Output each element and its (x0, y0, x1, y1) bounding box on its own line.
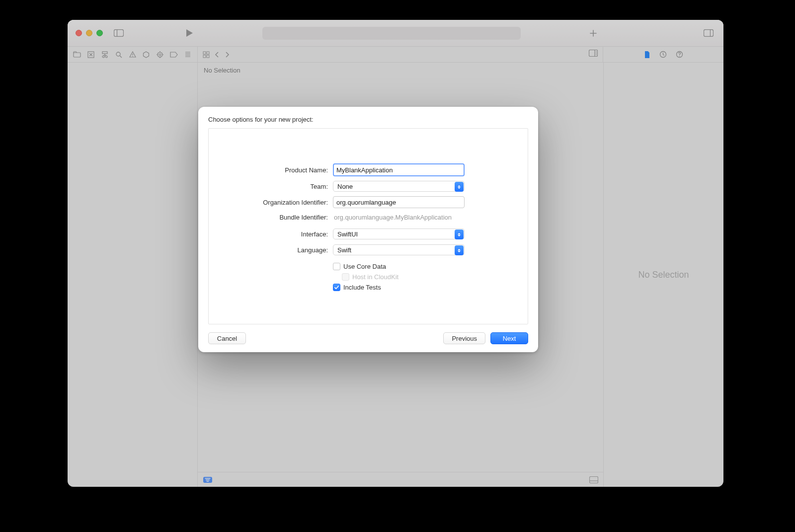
stepper-icon (455, 229, 464, 239)
dialog-title: Choose options for your new project: (208, 116, 528, 123)
team-select-value: None (337, 183, 353, 190)
stepper-icon (455, 182, 464, 192)
product-name-input[interactable] (333, 163, 465, 176)
bundle-id-label: Bundle Identifier: (219, 214, 333, 221)
org-id-label: Organization Identifier: (219, 199, 333, 206)
new-project-options-dialog: Choose options for your new project: Pro… (198, 107, 538, 352)
dialog-form-panel: Product Name: Team: None Organization Id… (208, 128, 528, 324)
org-id-input[interactable] (333, 196, 465, 208)
stepper-icon (455, 245, 464, 255)
interface-select-value: SwiftUI (337, 230, 358, 238)
team-label: Team: (219, 183, 333, 190)
host-cloudkit-label: Host in CloudKit (352, 273, 398, 281)
team-select[interactable]: None (333, 181, 465, 192)
include-tests-checkbox[interactable] (333, 284, 340, 291)
product-name-label: Product Name: (219, 166, 333, 174)
use-core-data-checkbox[interactable] (333, 263, 340, 270)
language-select-value: Swift (337, 246, 351, 254)
include-tests-label: Include Tests (343, 284, 381, 291)
cancel-button[interactable]: Cancel (208, 332, 246, 344)
language-label: Language: (219, 246, 333, 254)
interface-select[interactable]: SwiftUI (333, 228, 465, 239)
dialog-footer: Cancel Previous Next (208, 332, 528, 344)
host-cloudkit-checkbox (342, 273, 349, 281)
bundle-id-value: org.quorumlanguage.MyBlankApplication (333, 214, 452, 221)
language-select[interactable]: Swift (333, 244, 465, 255)
use-core-data-label: Use Core Data (343, 263, 386, 270)
next-button[interactable]: Next (490, 332, 528, 344)
interface-label: Interface: (219, 230, 333, 238)
previous-button[interactable]: Previous (443, 332, 485, 344)
